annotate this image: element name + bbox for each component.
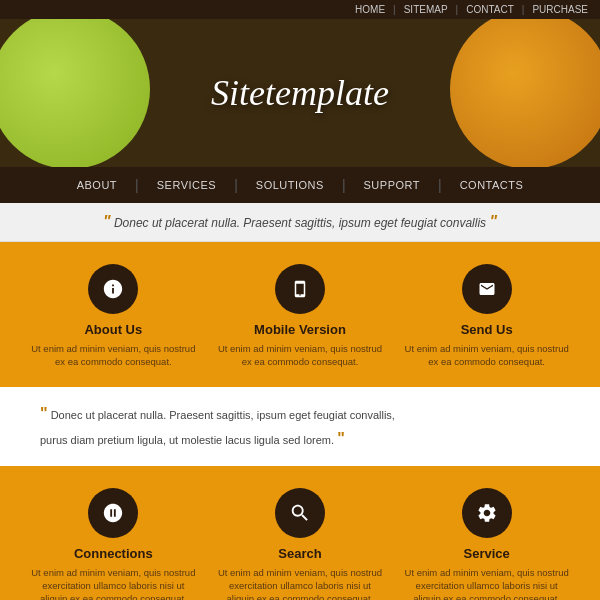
nav-support[interactable]: SUPPORT [346,167,438,203]
feature-2-text: Ut enim ad minim veniam, quis nostrud ex… [215,342,385,369]
quote-1-text: Donec ut placerat nulla. Praesent sagitt… [114,216,486,230]
mobile-icon [275,264,325,314]
top-contact-link[interactable]: CONTACT [466,4,514,15]
top-purchase-link[interactable]: PURCHASE [532,4,588,15]
features-section-2: Connections Ut enim ad minim veniam, qui… [0,466,600,600]
feature-connections: Connections Ut enim ad minim veniam, qui… [28,488,198,600]
connections-icon [88,488,138,538]
hero-section: Sitetemplate [0,19,600,167]
feature-1-text: Ut enim ad minim veniam, quis nostrud ex… [28,342,198,369]
quote-2-text: Donec ut placerat nulla. Praesent sagitt… [51,409,395,421]
quote-strip-1: " Donec ut placerat nulla. Praesent sagi… [0,203,600,242]
feature-6-title: Service [464,546,510,561]
nav-services[interactable]: SERVICES [139,167,234,203]
feature-3-text: Ut enim ad minim veniam, quis nostrud ex… [402,342,572,369]
feature-4-text: Ut enim ad minim veniam, quis nostrud ex… [28,566,198,600]
about-us-icon [88,264,138,314]
features-section-1: About Us Ut enim ad minim veniam, quis n… [0,242,600,387]
service-icon [462,488,512,538]
feature-2-title: Mobile Version [254,322,346,337]
feature-6-text: Ut enim ad minim veniam, quis nostrud ex… [402,566,572,600]
hero-circle-left [0,19,150,167]
feature-3-title: Send Us [461,322,513,337]
quote-2-text2: purus diam pretium ligula, ut molestie l… [40,434,334,446]
feature-1-title: About Us [84,322,142,337]
features-row-2: Connections Ut enim ad minim veniam, qui… [20,488,580,600]
top-sitemap-link[interactable]: SITEMAP [404,4,448,15]
quote-block-2: " Donec ut placerat nulla. Praesent sagi… [0,387,600,466]
hero-circle-right [450,19,600,167]
nav-about[interactable]: ABOUT [59,167,135,203]
feature-5-title: Search [278,546,321,561]
feature-search: Search Ut enim ad minim veniam, quis nos… [215,488,385,600]
top-bar: HOME | SITEMAP | CONTACT | PURCHASE [0,0,600,19]
feature-service: Service Ut enim ad minim veniam, quis no… [402,488,572,600]
features-row-1: About Us Ut enim ad minim veniam, quis n… [20,264,580,369]
nav-contacts[interactable]: CONTACTS [442,167,542,203]
feature-5-text: Ut enim ad minim veniam, quis nostrud ex… [215,566,385,600]
feature-4-title: Connections [74,546,153,561]
hero-title: Sitetemplate [211,72,389,114]
nav-solutions[interactable]: SOLUTIONS [238,167,342,203]
feature-mobile: Mobile Version Ut enim ad minim veniam, … [215,264,385,369]
feature-about-us: About Us Ut enim ad minim veniam, quis n… [28,264,198,369]
feature-send-us: Send Us Ut enim ad minim veniam, quis no… [402,264,572,369]
top-home-link[interactable]: HOME [355,4,385,15]
search-icon [275,488,325,538]
send-icon [462,264,512,314]
main-nav: ABOUT | SERVICES | SOLUTIONS | SUPPORT |… [0,167,600,203]
